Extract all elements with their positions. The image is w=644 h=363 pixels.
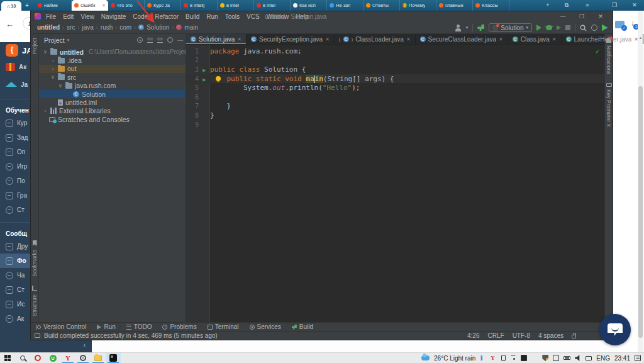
breadcrumb-java[interactable]: java (82, 24, 93, 31)
browser-tab[interactable]: главные (436, 0, 473, 11)
browser-tab[interactable]: что это (108, 0, 145, 11)
colorful-triangle-icon[interactable] (602, 25, 608, 31)
downloads-icon[interactable]: ↓1 (631, 19, 635, 28)
page-scrollbar[interactable]: ▲ (638, 11, 643, 352)
tool-button-version-control[interactable]: Version Control (36, 323, 86, 330)
browser-tab-overview-icon[interactable]: ⧉ (561, 1, 572, 9)
line-ending[interactable]: CRLF (488, 332, 504, 339)
phone-link-icon[interactable] (501, 355, 506, 361)
indent-style[interactable]: 4 spaces (538, 332, 564, 339)
stop-button[interactable] (565, 25, 570, 30)
minimize-icon[interactable]: — (553, 11, 572, 21)
browser-tab[interactable]: в intelij (181, 0, 218, 11)
editor-tab-solution[interactable]: C Solution.java ✕ (186, 34, 247, 44)
battery-icon[interactable] (564, 356, 570, 360)
browser-tab[interactable]: найме (35, 0, 72, 11)
site-item-articles[interactable]: Ст (0, 282, 30, 297)
close-tab-icon[interactable]: ✕ (325, 36, 330, 42)
coverage-button[interactable] (557, 25, 561, 30)
tool-button-todo[interactable]: TODO (126, 323, 152, 330)
hide-panel-icon[interactable]: — (177, 37, 183, 43)
close-tab-icon[interactable]: ✕ (499, 36, 503, 42)
taskbar-search-button[interactable] (15, 353, 30, 363)
browser-tab[interactable]: в intel (254, 0, 291, 11)
site-item-chats[interactable]: Ча (0, 268, 30, 282)
menu-refactor[interactable]: Refactor (155, 13, 179, 20)
caret-position[interactable]: 4:26 (467, 332, 479, 339)
site-item-grants[interactable]: Гра (0, 188, 30, 203)
menu-file[interactable]: File (46, 13, 56, 20)
taskbar-settings[interactable] (75, 353, 91, 363)
close-icon[interactable]: ✕ (591, 11, 610, 21)
lock-icon[interactable] (572, 335, 576, 338)
menu-edit[interactable]: Edit (63, 13, 74, 20)
weather-icon[interactable] (421, 355, 430, 360)
site-item-help[interactable]: По (0, 174, 30, 188)
editor-tab-launcherhelper[interactable]: C LauncherHelper.java ✕ (562, 34, 643, 44)
wifi-icon[interactable] (510, 355, 516, 361)
browser-tab[interactable]: Не зап (327, 0, 364, 11)
debug-button[interactable] (546, 25, 552, 30)
yandex-address-icon[interactable]: Я (23, 17, 30, 30)
file-encoding[interactable]: UTF-8 (513, 332, 530, 339)
run-class-gutter-icon[interactable]: ▶ (203, 68, 206, 73)
editor-tab-class[interactable]: C Class.java ✕ (508, 34, 562, 44)
taskbar-file-explorer[interactable] (91, 353, 106, 363)
close-tab-icon[interactable]: ✕ (552, 36, 557, 42)
run-method-gutter-icon[interactable]: ▶ (203, 77, 206, 82)
editor-tab-securityexception[interactable]: C SecurityException.java ✕ (247, 34, 335, 44)
browser-tab[interactable]: Курс Ja (145, 0, 181, 11)
menu-tools[interactable]: Tools (225, 13, 240, 20)
tree-row-solution-selected[interactable]: C Solution (39, 90, 186, 98)
breadcrumb-solution[interactable]: Solution (147, 24, 169, 31)
menu-navigate[interactable]: Navigate (101, 13, 126, 20)
locate-file-icon[interactable] (137, 37, 143, 43)
site-item-stories[interactable]: Ис (0, 297, 30, 311)
search-icon[interactable] (580, 25, 587, 31)
touch-keyboard-icon[interactable] (586, 356, 592, 360)
tree-row-project-root[interactable]: ∨ untitled C:\Users\Пользователь\IdeaPro… (39, 48, 186, 56)
editor-tab-secureclassloader[interactable]: C SecureClassLoader.java ✕ (416, 34, 508, 44)
site-item-friends[interactable]: Дру (0, 239, 30, 254)
tool-button-problems[interactable]: !Problems (162, 323, 196, 330)
tool-window-switcher-icon[interactable] (35, 333, 40, 338)
chat-widget-button[interactable] (599, 314, 631, 345)
breadcrumb-com[interactable]: com (119, 24, 131, 31)
taskbar-opera[interactable] (30, 353, 45, 363)
browser-home-tab[interactable]: ⌂ 13 (1, 1, 21, 11)
taskbar-green-app[interactable]: U (45, 353, 60, 363)
menu-run[interactable]: Run (206, 13, 218, 20)
project-panel-title[interactable]: Project (44, 36, 65, 44)
site-university-item[interactable]: Ja (0, 75, 30, 94)
editor-tab-classloader[interactable]: (C) ClassLoader.java ✕ (335, 34, 416, 44)
tree-row-iml[interactable]: untitled.iml (39, 98, 186, 106)
menu-view[interactable]: View (80, 13, 94, 20)
tool-button-project[interactable]: Project (31, 38, 38, 54)
tool-button-notifications[interactable]: Notifications (606, 45, 612, 74)
usb-tray-icon[interactable] (553, 355, 559, 361)
action-center-icon[interactable] (635, 355, 641, 361)
tool-button-terminal[interactable]: Terminal (208, 323, 239, 330)
breadcrumb-untitled[interactable]: untitled (37, 24, 60, 31)
browser-menu-icon[interactable]: ≡ (582, 1, 593, 9)
start-button[interactable] (0, 353, 15, 363)
site-logo[interactable]: { JA (0, 42, 30, 59)
breadcrumb-rush[interactable]: rush (101, 24, 113, 31)
browser-restore-icon[interactable]: ❐ (609, 1, 620, 9)
security-shield-icon[interactable] (542, 355, 548, 361)
speaker-icon[interactable] (575, 355, 581, 361)
panel-settings-icon[interactable] (167, 37, 173, 43)
tool-button-services[interactable]: Services (250, 323, 281, 330)
tool-button-structure[interactable]: Structure (31, 294, 38, 316)
run-config-select[interactable]: Solution ▾ (489, 23, 532, 32)
weather-text[interactable]: 26°C Light rain (434, 355, 475, 362)
tab-options-icon[interactable]: ⋮ (596, 35, 602, 42)
menu-build[interactable]: Build (186, 13, 199, 20)
site-item-internship[interactable]: Ст (0, 203, 30, 217)
tree-row-scratches[interactable]: Scratches and Consoles (39, 115, 186, 123)
maximize-icon[interactable]: ❐ (572, 11, 591, 21)
build-hammer-icon[interactable] (477, 25, 484, 31)
browser-tab[interactable]: Классы (473, 0, 509, 11)
breadcrumb-main[interactable]: main (184, 24, 198, 31)
yandex-tray-icon[interactable]: Y (491, 355, 497, 361)
